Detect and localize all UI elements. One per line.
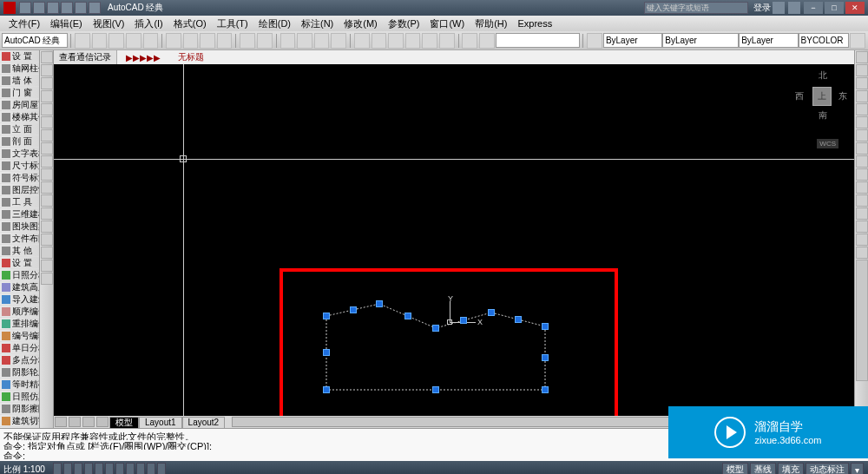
palette-item[interactable]: 阴影擦除 [0,403,39,415]
arc-tool[interactable] [41,116,53,128]
dc-button[interactable] [372,33,387,49]
canvas[interactable]: 北 东 南 西 上 WCS X Y [54,64,854,416]
menu-modify[interactable]: 修改(M) [339,17,383,30]
model-button[interactable]: 模型 [722,463,748,474]
menu-param[interactable]: 参数(P) [383,17,425,30]
ortho-toggle[interactable] [74,463,82,474]
move-tool[interactable] [856,116,868,128]
spline-tool[interactable] [41,155,53,168]
calc-button[interactable] [439,33,455,49]
rotate-tool[interactable] [856,129,868,142]
minimize-button[interactable]: − [804,2,823,14]
menu-window[interactable]: 窗口(W) [424,17,470,30]
menu-tools[interactable]: 工具(T) [212,17,253,30]
layout1-tab[interactable]: Layout1 [139,417,182,428]
polyline-grip[interactable] [432,325,439,332]
palette-item[interactable]: 其 他 [0,245,39,257]
palette-item[interactable]: 轴网柱子 [0,63,39,75]
palette-item[interactable]: 阴影轮廓 [0,366,39,379]
qat-open-icon[interactable] [33,2,45,14]
hatch-tool[interactable] [41,221,53,233]
paste-button[interactable] [200,33,215,49]
plotstyle-combo[interactable]: BYCOLOR [799,33,850,48]
vscrollbar[interactable] [856,260,868,381]
close-button[interactable]: ✕ [845,2,865,14]
tab-first-button[interactable] [55,417,67,427]
search-input[interactable]: 键入关键字或短语 [644,2,748,14]
polyline-grip[interactable] [515,316,522,323]
polyline-grip[interactable] [323,313,330,319]
palette-item[interactable]: 文件布图 [0,233,39,245]
palette-item[interactable]: 尺寸标注 [0,160,39,172]
polyline-grip[interactable] [542,386,549,393]
text-tool[interactable] [41,273,53,285]
palette-item[interactable]: 墙 体 [0,75,39,87]
copy-tool[interactable] [856,64,868,76]
file-tab[interactable]: ▶▶▶▶▶ [117,50,169,64]
palette-item[interactable]: 图层控制 [0,184,39,196]
polyline-grip[interactable] [350,306,357,313]
maximize-button[interactable]: □ [825,2,844,14]
ellipse-arc-tool[interactable] [41,181,53,194]
toolpal-button[interactable] [388,33,404,49]
status-option[interactable]: ▾ [851,463,864,474]
polyline-grip[interactable] [488,309,495,316]
qat-print-icon[interactable] [89,2,101,14]
palette-item[interactable]: 符号标注 [0,172,39,184]
viewcube-east[interactable]: 东 [838,90,847,102]
polyline-grip[interactable] [460,317,467,324]
props-button[interactable] [354,33,370,49]
menu-format[interactable]: 格式(O) [168,17,212,30]
layer-combo[interactable] [496,33,581,48]
sc-toggle[interactable] [157,463,166,474]
palette-item[interactable]: 建筑切割 [0,415,39,427]
zoom-window-button[interactable] [314,33,330,49]
linetype-combo[interactable]: ByLayer [662,33,739,48]
polyline-grip[interactable] [323,386,330,393]
palette-item[interactable]: 顺序编号 [0,306,39,318]
palette-item[interactable]: 多点分析 [0,354,39,366]
polyline-grip[interactable] [376,300,383,307]
untitled-tab[interactable]: 无标题 [169,50,213,64]
model-tab[interactable]: 模型 [109,417,139,428]
circle-tool[interactable] [41,129,53,142]
open-button[interactable] [92,33,108,49]
otrack-toggle[interactable] [105,463,114,474]
sheet-button[interactable] [405,33,421,49]
exchange-icon[interactable] [773,2,785,14]
comm-label[interactable]: 查看通信记录 [54,50,117,64]
menu-view[interactable]: 视图(V) [88,17,130,30]
save-button[interactable] [108,33,124,49]
polyline-grip[interactable] [404,313,411,319]
cut-button[interactable] [166,33,181,49]
palette-item[interactable]: 单日分析 [0,342,39,354]
explode-tool[interactable] [856,247,868,259]
menu-edit[interactable]: 编辑(E) [45,17,88,30]
zoom-button[interactable] [297,33,312,49]
erase-tool[interactable] [856,51,868,63]
ducs-toggle[interactable] [115,463,124,474]
dyn-toggle[interactable] [126,463,135,474]
layout2-tab[interactable]: Layout2 [182,417,226,428]
drawing-area[interactable]: 查看通信记录 ▶▶▶▶▶ 无标题 北 东 南 西 上 WCS [54,50,854,428]
viewcube-west[interactable]: 西 [795,90,804,102]
copy-button[interactable] [183,33,199,49]
line-tool[interactable] [41,51,53,63]
polygon-tool[interactable] [41,90,53,102]
layer-prev-button[interactable] [479,33,495,49]
palette-item[interactable]: 文字表格 [0,148,39,160]
viewcube-south[interactable]: 南 [819,109,827,122]
offset-tool[interactable] [856,90,868,102]
plot-button[interactable] [126,33,141,49]
color-button[interactable] [587,33,602,49]
join-tool[interactable] [856,207,868,220]
menu-insert[interactable]: 插入(I) [129,17,168,30]
palette-item[interactable]: 日照仿真 [0,391,39,403]
chamfer-tool[interactable] [856,221,868,233]
layer-states-button[interactable] [462,33,477,49]
palette-item[interactable]: 三维建模 [0,208,39,221]
tab-next-button[interactable] [82,417,95,427]
snap-toggle[interactable] [53,463,62,474]
fill-button[interactable]: 填充 [778,463,804,474]
palette-item[interactable]: 设 置 [0,50,39,63]
